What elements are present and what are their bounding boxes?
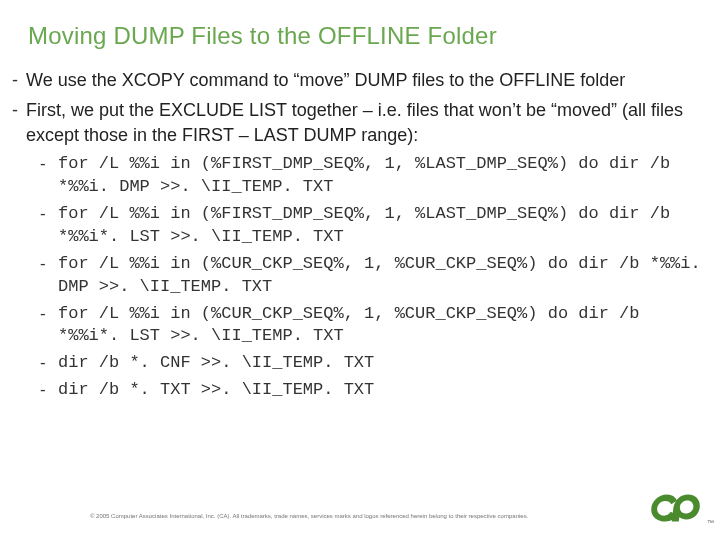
- code-block: - for /L %%i in (%FIRST_DMP_SEQ%, 1, %LA…: [12, 153, 708, 402]
- code-text: dir /b *. CNF >>. \II_TEMP. TXT: [58, 352, 708, 375]
- code-line: - for /L %%i in (%FIRST_DMP_SEQ%, 1, %LA…: [40, 153, 708, 199]
- code-line: - for /L %%i in (%CUR_CKP_SEQ%, 1, %CUR_…: [40, 303, 708, 349]
- slide: Moving DUMP Files to the OFFLINE Folder …: [0, 0, 720, 540]
- bullet-dash: -: [40, 303, 58, 349]
- code-text: for /L %%i in (%FIRST_DMP_SEQ%, 1, %LAST…: [58, 203, 708, 249]
- bullet-level1: - We use the XCOPY command to “move” DUM…: [12, 68, 708, 92]
- copyright-footer: © 2005 Computer Associates International…: [90, 513, 600, 520]
- code-text: for /L %%i in (%CUR_CKP_SEQ%, 1, %CUR_CK…: [58, 303, 708, 349]
- code-text: dir /b *. TXT >>. \II_TEMP. TXT: [58, 379, 708, 402]
- bullet-dash: -: [40, 253, 58, 299]
- bullet-dash: -: [40, 379, 58, 402]
- code-line: - dir /b *. CNF >>. \II_TEMP. TXT: [40, 352, 708, 375]
- code-line: - dir /b *. TXT >>. \II_TEMP. TXT: [40, 379, 708, 402]
- code-line: - for /L %%i in (%CUR_CKP_SEQ%, 1, %CUR_…: [40, 253, 708, 299]
- code-text: for /L %%i in (%CUR_CKP_SEQ%, 1, %CUR_CK…: [58, 253, 708, 299]
- code-line: - for /L %%i in (%FIRST_DMP_SEQ%, 1, %LA…: [40, 203, 708, 249]
- bullet-dash: -: [12, 98, 26, 147]
- bullet-dash: -: [12, 68, 26, 92]
- bullet-dash: -: [40, 352, 58, 375]
- bullet-dash: -: [40, 153, 58, 199]
- bullet-level1: - First, we put the EXCLUDE LIST togethe…: [12, 98, 708, 147]
- code-text: for /L %%i in (%FIRST_DMP_SEQ%, 1, %LAST…: [58, 153, 708, 199]
- bullet-text: First, we put the EXCLUDE LIST together …: [26, 98, 708, 147]
- slide-title: Moving DUMP Files to the OFFLINE Folder: [0, 22, 720, 50]
- bullet-text: We use the XCOPY command to “move” DUMP …: [26, 68, 708, 92]
- trademark-symbol: ™: [707, 519, 714, 526]
- bullet-dash: -: [40, 203, 58, 249]
- ca-logo-icon: [648, 488, 702, 526]
- slide-body: - We use the XCOPY command to “move” DUM…: [0, 68, 720, 402]
